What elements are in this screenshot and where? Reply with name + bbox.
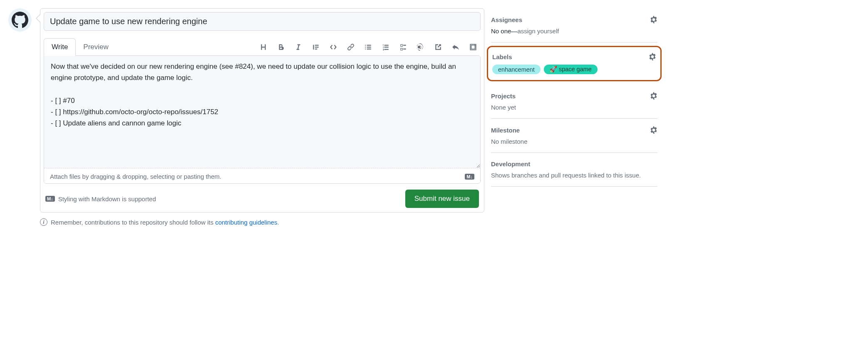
quote-icon[interactable] — [311, 42, 321, 52]
gear-icon[interactable] — [650, 126, 657, 134]
development-body: Shows branches and pull requests linked … — [491, 172, 657, 179]
diff-icon[interactable] — [468, 42, 478, 52]
assign-yourself-link[interactable]: assign yourself — [517, 28, 559, 35]
info-icon: i — [40, 218, 47, 226]
markdown-toolbar — [258, 42, 481, 52]
unordered-list-icon[interactable] — [363, 42, 373, 52]
contribute-note: i Remember, contributions to this reposi… — [40, 218, 484, 226]
gear-icon[interactable] — [650, 16, 657, 23]
link-icon[interactable] — [346, 42, 356, 52]
markdown-icon: M↓ — [45, 196, 55, 202]
milestone-body: No milestone — [491, 138, 657, 145]
italic-icon[interactable] — [293, 42, 303, 52]
title-input[interactable] — [44, 12, 481, 31]
submit-button[interactable]: Submit new issue — [405, 190, 479, 208]
heading-icon[interactable] — [258, 42, 268, 52]
tab-preview[interactable]: Preview — [76, 38, 116, 55]
development-title: Development — [491, 160, 530, 168]
task-list-icon[interactable] — [398, 42, 408, 52]
contributing-guidelines-link[interactable]: contributing guidelines — [215, 219, 277, 226]
sidebar: Assignees No one—assign yourself Labels … — [491, 8, 657, 226]
projects-body: None yet — [491, 104, 657, 111]
label-pill[interactable]: enhancement — [492, 65, 541, 74]
milestone-title: Milestone — [491, 127, 520, 134]
reply-icon[interactable] — [451, 42, 461, 52]
tab-write[interactable]: Write — [44, 38, 76, 56]
gear-icon[interactable] — [650, 92, 657, 100]
labels-title: Labels — [492, 53, 512, 60]
ordered-list-icon[interactable] — [381, 42, 391, 52]
markdown-support-note[interactable]: Styling with Markdown is supported — [58, 195, 156, 202]
projects-title: Projects — [491, 92, 516, 100]
mention-icon[interactable] — [416, 42, 426, 52]
labels-section-highlight: Labels enhancement🚀 space game — [487, 46, 662, 81]
assignees-title: Assignees — [491, 16, 522, 23]
octocat-icon — [12, 12, 28, 28]
attach-hint[interactable]: Attach files by dragging & dropping, sel… — [50, 173, 221, 180]
code-icon[interactable] — [328, 42, 338, 52]
body-textarea[interactable] — [44, 56, 480, 168]
gear-icon[interactable] — [649, 53, 656, 60]
avatar[interactable] — [8, 8, 32, 32]
markdown-icon: M↓ — [465, 174, 474, 180]
label-pill[interactable]: 🚀 space game — [544, 65, 598, 74]
issue-form: Write Preview — [40, 8, 484, 212]
bold-icon[interactable] — [276, 42, 286, 52]
cross-reference-icon[interactable] — [433, 42, 443, 52]
